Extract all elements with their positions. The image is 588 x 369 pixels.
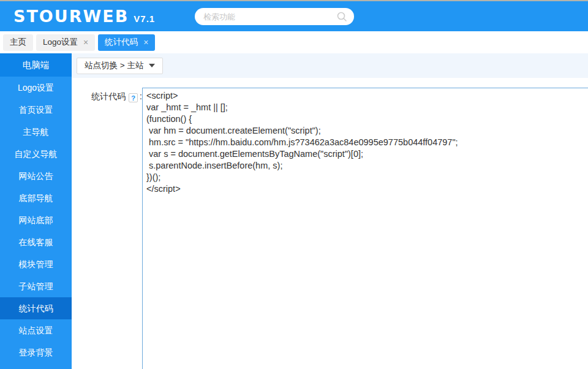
tab-item[interactable]: 统计代码× bbox=[98, 34, 155, 51]
tab-bar: 主页Logo设置×统计代码× bbox=[0, 31, 588, 53]
code-textarea[interactable]: <script> var _hmt = _hmt || []; (functio… bbox=[142, 88, 588, 369]
sidebar-item[interactable]: 主导航 bbox=[0, 121, 72, 143]
sidebar-item[interactable]: 底部导航 bbox=[0, 187, 72, 209]
tab-item[interactable]: Logo设置× bbox=[36, 34, 95, 51]
app-header: STOURWEB V7.1 bbox=[0, 1, 588, 31]
field-label: 统计代码?: bbox=[72, 88, 142, 369]
sidebar-item[interactable]: 统计代码 bbox=[0, 297, 72, 319]
sidebar-item[interactable]: 首页设置 bbox=[0, 99, 72, 121]
tab-label: Logo设置 bbox=[43, 37, 78, 48]
sidebar-item[interactable]: 在线客服 bbox=[0, 231, 72, 253]
field-label-text: 统计代码 bbox=[91, 91, 126, 101]
close-icon[interactable]: × bbox=[83, 38, 88, 47]
sidebar-item[interactable]: 模块管理 bbox=[0, 253, 72, 275]
search-icon[interactable] bbox=[336, 11, 347, 22]
sidebar-item[interactable]: 登录背景 bbox=[0, 341, 72, 363]
sidebar-item[interactable]: Logo设置 bbox=[0, 77, 72, 99]
close-icon[interactable]: × bbox=[143, 38, 148, 47]
sidebar-item[interactable]: 站点设置 bbox=[0, 319, 72, 341]
toolbar: 站点切换 > 主站 bbox=[72, 53, 588, 78]
site-switch-label: 站点切换 > 主站 bbox=[85, 60, 143, 71]
sidebar-item[interactable]: 子站管理 bbox=[0, 275, 72, 297]
logo-version: V7.1 bbox=[134, 13, 155, 24]
logo-text: STOURWEB bbox=[13, 7, 129, 26]
tab-label: 主页 bbox=[10, 37, 26, 48]
site-switch-button[interactable]: 站点切换 > 主站 bbox=[77, 58, 163, 74]
sidebar-item[interactable]: 网站公告 bbox=[0, 165, 72, 187]
sidebar-nav: Logo设置首页设置主导航自定义导航网站公告底部导航网站底部在线客服模块管理子站… bbox=[0, 77, 72, 363]
app-logo: STOURWEB V7.1 bbox=[13, 7, 155, 26]
sidebar: 电脑端 Logo设置首页设置主导航自定义导航网站公告底部导航网站底部在线客服模块… bbox=[0, 53, 72, 369]
search-input[interactable] bbox=[195, 8, 354, 25]
sidebar-section-pc[interactable]: 电脑端 bbox=[0, 53, 72, 77]
tab-label: 统计代码 bbox=[105, 37, 138, 48]
sidebar-item[interactable]: 自定义导航 bbox=[0, 143, 72, 165]
main-content: 站点切换 > 主站 统计代码?: <script> var _hmt = _hm… bbox=[72, 53, 588, 369]
sidebar-item[interactable]: 网站底部 bbox=[0, 209, 72, 231]
help-icon[interactable]: ? bbox=[129, 93, 138, 102]
tab-item[interactable]: 主页 bbox=[3, 34, 33, 51]
body-layout: 电脑端 Logo设置首页设置主导航自定义导航网站公告底部导航网站底部在线客服模块… bbox=[0, 53, 588, 369]
search-box bbox=[195, 8, 354, 25]
form-row: 统计代码?: <script> var _hmt = _hmt || []; (… bbox=[72, 88, 588, 369]
caret-down-icon bbox=[149, 64, 155, 67]
